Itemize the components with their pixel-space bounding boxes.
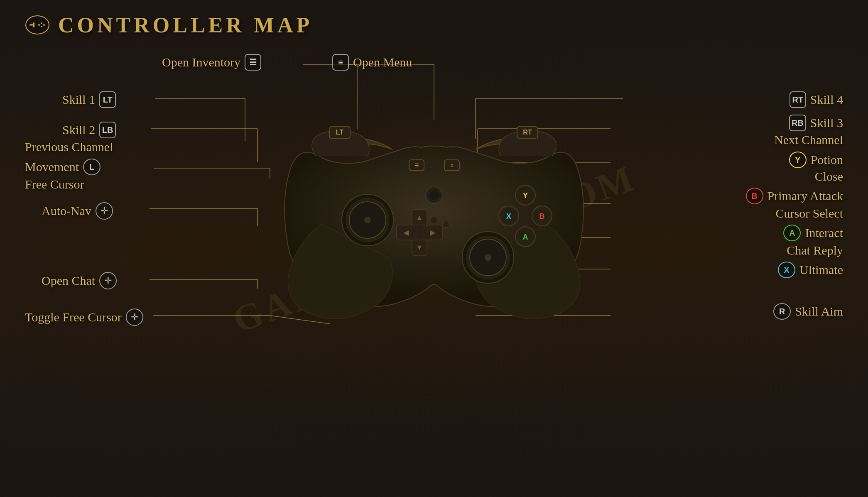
svg-text:LT: LT bbox=[336, 129, 344, 136]
svg-text:Y: Y bbox=[523, 191, 528, 200]
svg-point-7 bbox=[38, 24, 40, 26]
r-badge: R bbox=[773, 303, 791, 320]
svg-point-74 bbox=[429, 190, 439, 200]
controller-image: LB RB LT RT ☰ ≡ ▲ ▼ ◀ ▶ Y B bbox=[247, 66, 621, 357]
label-close: Close bbox=[815, 169, 843, 184]
svg-point-76 bbox=[443, 221, 450, 228]
label-skill3: RB Skill 3 bbox=[789, 115, 843, 131]
label-open-inventory: Open Inventory ☰ bbox=[162, 54, 261, 71]
title-area: CONTROLLER MAP bbox=[25, 12, 313, 37]
svg-point-49 bbox=[364, 217, 371, 223]
svg-text:☰: ☰ bbox=[414, 163, 419, 169]
page-title: CONTROLLER MAP bbox=[58, 13, 313, 37]
svg-point-4 bbox=[41, 22, 42, 24]
rt-badge: RT bbox=[790, 91, 806, 108]
label-previous-channel: Previous Channel bbox=[25, 140, 113, 154]
label-skill-aim: R Skill Aim bbox=[773, 303, 843, 320]
svg-text:◀: ◀ bbox=[403, 228, 409, 237]
gamepad-icon bbox=[25, 12, 50, 37]
svg-rect-3 bbox=[29, 24, 34, 26]
label-open-chat: Open Chat ✛ bbox=[42, 272, 117, 289]
label-skill4: RT Skill 4 bbox=[790, 91, 843, 108]
b-badge: B bbox=[746, 188, 763, 204]
svg-text:▲: ▲ bbox=[416, 213, 423, 222]
svg-point-6 bbox=[41, 26, 42, 27]
svg-text:RT: RT bbox=[523, 129, 532, 136]
label-toggle-free-cursor: Toggle Free Cursor ✛ bbox=[25, 308, 143, 326]
menu-button-badge: ≡ bbox=[332, 54, 349, 71]
svg-text:X: X bbox=[506, 212, 511, 220]
rb-badge: RB bbox=[789, 115, 806, 131]
lb-badge: LB bbox=[99, 122, 116, 138]
l-badge: L bbox=[83, 159, 101, 175]
y-badge: Y bbox=[789, 152, 807, 168]
lt-badge: LT bbox=[99, 91, 116, 108]
svg-text:≡: ≡ bbox=[450, 163, 453, 169]
label-interact: A Interact bbox=[783, 225, 843, 241]
label-ultimate: X Ultimate bbox=[778, 262, 843, 278]
toggle-dpad-icon: ✛ bbox=[126, 308, 143, 326]
a-badge: A bbox=[783, 225, 801, 241]
autonav-dpad-icon: ✛ bbox=[96, 202, 113, 220]
label-next-channel: Next Channel bbox=[774, 133, 843, 147]
svg-text:A: A bbox=[523, 233, 528, 241]
label-potion: Y Potion bbox=[789, 152, 843, 168]
label-open-menu: ≡ Open Menu bbox=[332, 54, 412, 71]
label-auto-nav: Auto-Nav ✛ bbox=[42, 202, 113, 220]
svg-text:▶: ▶ bbox=[430, 228, 436, 237]
label-free-cursor: Free Cursor bbox=[25, 177, 84, 191]
x-badge: X bbox=[778, 262, 795, 278]
inventory-button-badge: ☰ bbox=[245, 54, 261, 71]
label-chat-reply: Chat Reply bbox=[787, 243, 843, 257]
label-skill2: Skill 2 LB bbox=[62, 122, 116, 138]
label-cursor-select: Cursor Select bbox=[776, 206, 843, 220]
label-primary-attack: B Primary Attack bbox=[746, 188, 843, 204]
svg-text:B: B bbox=[539, 212, 545, 220]
label-movement: Movement L bbox=[25, 159, 101, 175]
openchat-dpad-icon: ✛ bbox=[99, 272, 117, 289]
svg-point-75 bbox=[431, 217, 437, 223]
svg-point-56 bbox=[412, 225, 427, 240]
svg-point-0 bbox=[26, 16, 49, 34]
svg-point-5 bbox=[43, 24, 45, 26]
label-skill1: Skill 1 LT bbox=[62, 91, 116, 108]
svg-text:▼: ▼ bbox=[416, 243, 423, 252]
svg-point-53 bbox=[485, 254, 491, 261]
